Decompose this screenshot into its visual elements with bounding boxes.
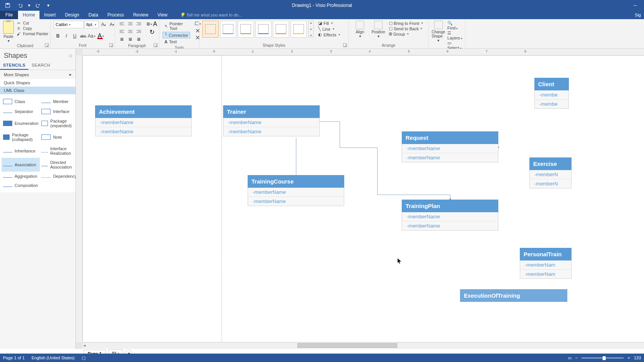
pointer-tool-button[interactable]: ↖Pointer Tool xyxy=(163,21,190,31)
uml-trainer[interactable]: Trainer -memberName-memberName xyxy=(223,105,320,136)
uml-client[interactable]: Client -membe-membe xyxy=(534,78,569,109)
tab-insert[interactable]: Insert xyxy=(39,11,60,19)
rotate-text-button[interactable]: ↻ xyxy=(146,28,157,36)
send-back-button[interactable]: ▢Send to Back▾ xyxy=(389,26,423,31)
text-tool-button[interactable]: AText xyxy=(163,39,190,45)
style-swatch-5[interactable] xyxy=(273,21,289,38)
redo-button[interactable] xyxy=(33,1,44,10)
tab-file[interactable]: File xyxy=(0,11,18,19)
more-shapes-link[interactable]: More Shapes▸ xyxy=(0,70,76,79)
tab-home[interactable]: Home xyxy=(18,11,39,19)
style-gallery[interactable]: ▴▾▾ xyxy=(202,21,314,38)
italic-button[interactable]: I xyxy=(62,32,71,40)
sign-in[interactable]: Sig xyxy=(632,11,644,19)
align-justify[interactable]: ≡ xyxy=(135,36,143,43)
stencil-uml-class[interactable]: UML Class xyxy=(0,87,76,94)
zoom-value[interactable]: 133 xyxy=(634,355,641,360)
find-button[interactable]: 🔍 Find▾ xyxy=(447,21,462,30)
guide-line[interactable] xyxy=(222,56,222,342)
tab-stencils[interactable]: STENCILS xyxy=(0,61,28,70)
line-button[interactable]: ╲Line▾ xyxy=(318,26,340,31)
align-mid-right[interactable] xyxy=(135,28,143,35)
uml-exercise[interactable]: Exercise -memberN-memberN xyxy=(529,157,572,188)
tell-me-input[interactable]: 💡 Tell me what you want to do... xyxy=(172,13,242,18)
uml-personal-train[interactable]: PersonalTrain -memberNam-memberNam xyxy=(520,248,572,279)
font-size-combo[interactable]: 8pt.▾ xyxy=(84,21,99,28)
style-swatch-3[interactable] xyxy=(238,21,254,38)
bold-button[interactable]: B xyxy=(54,32,62,40)
shape-dependency[interactable]: Dependency xyxy=(40,172,78,181)
collapse-panel-button[interactable]: ◁ xyxy=(69,53,72,58)
clipboard-dialog-launcher[interactable] xyxy=(45,43,49,47)
uml-training-plan[interactable]: TrainingPlan -memberName-memberName xyxy=(402,200,498,231)
macro-record-icon[interactable]: ▢ xyxy=(82,355,85,360)
indent-decrease[interactable]: ≡ xyxy=(118,36,126,43)
copy-button[interactable]: ⎘Copy xyxy=(16,26,48,31)
position-button[interactable]: Position▾ xyxy=(370,21,386,38)
bring-front-button[interactable]: ▢Bring to Front▾ xyxy=(389,21,423,26)
cut-button[interactable]: ✂Cut xyxy=(16,21,48,25)
align-top-left[interactable] xyxy=(118,21,126,28)
zoom-slider[interactable] xyxy=(582,357,624,359)
effects-button[interactable]: ◐Effects▾ xyxy=(318,32,340,37)
connector[interactable] xyxy=(296,138,296,175)
shape-member[interactable]: Member xyxy=(40,97,78,106)
fill-button[interactable]: ◪Fill▾ xyxy=(318,21,340,26)
save-button[interactable] xyxy=(2,1,13,10)
text-direction-button[interactable]: A xyxy=(153,21,157,28)
shape-separator[interactable]: Separator xyxy=(2,106,40,116)
shape-package-expanded[interactable]: Package (expanded) xyxy=(40,116,78,130)
tab-process[interactable]: Process xyxy=(103,11,128,19)
undo-dropdown[interactable]: ▾ xyxy=(27,1,31,10)
horizontal-scrollbar[interactable]: ◂ xyxy=(83,342,644,349)
connector[interactable] xyxy=(377,195,450,195)
indent-increase[interactable]: ≡ xyxy=(127,36,134,43)
connector-tool-button[interactable]: ╰Connector xyxy=(163,32,190,38)
group-button[interactable]: ⊞Group▾ xyxy=(389,31,423,36)
align-mid-left[interactable] xyxy=(118,28,126,35)
connector[interactable] xyxy=(377,147,378,195)
strike-button[interactable]: abc xyxy=(79,32,87,40)
connector[interactable] xyxy=(340,121,340,147)
align-mid-center[interactable] xyxy=(127,28,134,35)
shape-aggregation[interactable]: Aggregation xyxy=(2,172,40,181)
shape-package-collapsed[interactable]: Package (collapsed) xyxy=(2,130,40,144)
font-color-button[interactable]: A▾ xyxy=(96,32,106,40)
style-swatch-4[interactable] xyxy=(255,21,271,38)
tab-design[interactable]: Design xyxy=(60,11,84,19)
connector[interactable] xyxy=(320,121,340,122)
uml-achievement[interactable]: Achievement -memberName-memberName xyxy=(95,105,192,136)
shape-composition[interactable]: Composition xyxy=(2,181,40,190)
gallery-scroll[interactable]: ▴▾▾ xyxy=(308,21,314,38)
shape-note[interactable]: Note xyxy=(40,130,78,144)
align-button[interactable]: Align▾ xyxy=(352,21,368,38)
shape-interface-realization[interactable]: Interface Realization xyxy=(40,144,78,158)
presentation-mode-button[interactable]: ▭ xyxy=(568,355,572,360)
shrink-font-button[interactable]: A▾ xyxy=(108,21,116,28)
tab-review[interactable]: Review xyxy=(128,11,153,19)
connector[interactable] xyxy=(340,147,378,148)
scrollbar-thumb[interactable] xyxy=(297,343,397,348)
underline-button[interactable]: U xyxy=(71,32,79,40)
tab-view[interactable]: View xyxy=(153,11,172,19)
font-dialog-launcher[interactable] xyxy=(109,43,113,47)
status-language[interactable]: English (United States) xyxy=(31,355,75,360)
font-name-combo[interactable]: Calibri▾ xyxy=(54,21,84,28)
minimize-button[interactable]: ─ xyxy=(626,1,644,10)
bullets-button[interactable]: ≡▾ xyxy=(146,21,152,28)
shape-directed-association[interactable]: Directed Association xyxy=(40,158,78,172)
undo-button[interactable] xyxy=(15,1,25,10)
shape-class[interactable]: Class xyxy=(2,97,40,106)
uml-training-course[interactable]: TrainingCourse -memberName-memberName xyxy=(248,175,344,206)
format-painter-button[interactable]: 🖌Format Painter xyxy=(16,31,48,36)
zoom-in-button[interactable]: + xyxy=(628,355,630,360)
case-button[interactable]: Aa▾ xyxy=(87,32,96,40)
layers-button[interactable]: ☰ Layers▾ xyxy=(447,31,462,40)
align-top-right[interactable] xyxy=(135,21,143,28)
tab-data[interactable]: Data xyxy=(84,11,103,19)
uml-execution[interactable]: ExecutionOfTraining xyxy=(460,289,567,302)
drawing-canvas[interactable]: Achievement -memberName-memberName Train… xyxy=(83,56,644,342)
uml-request[interactable]: Request -memberName-memberName xyxy=(402,131,498,162)
tab-search[interactable]: SEARCH xyxy=(28,61,53,70)
shape-association[interactable]: Association xyxy=(2,158,40,172)
